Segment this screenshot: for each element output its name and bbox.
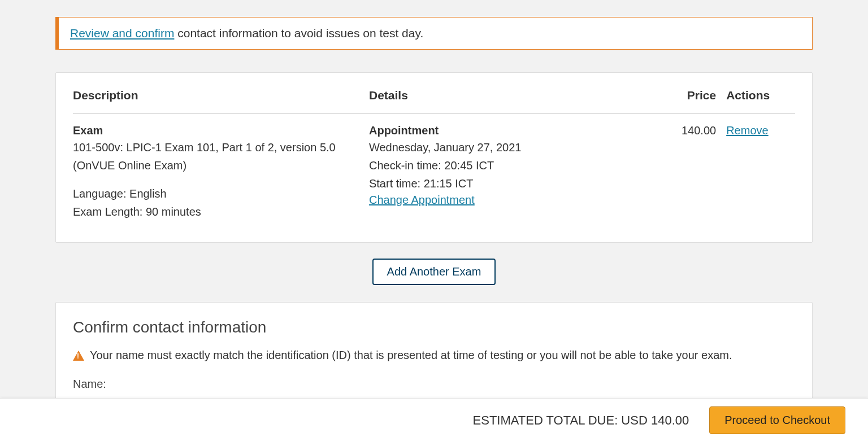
start-time: Start time: 21:15 ICT [369, 176, 661, 191]
cell-actions: Remove [723, 124, 795, 222]
exam-length: Exam Length: 90 minutes [73, 204, 358, 220]
appointment-label: Appointment [369, 124, 661, 137]
remove-link[interactable]: Remove [726, 124, 768, 137]
name-match-warning: Your name must exactly match the identif… [73, 349, 795, 362]
cell-price: 140.00 [672, 124, 723, 222]
review-confirm-alert: Review and confirm contact information t… [55, 17, 813, 50]
table-row: Exam 101-500v: LPIC-1 Exam 101, Part 1 o… [73, 114, 795, 222]
order-summary-card: Description Details Price Actions Exam 1… [55, 72, 813, 243]
alert-text: contact information to avoid issues on t… [174, 27, 423, 40]
main-container: Review and confirm contact information t… [27, 0, 841, 407]
estimated-total: ESTIMATED TOTAL DUE: USD 140.00 [473, 413, 689, 428]
name-label: Name: [73, 378, 795, 391]
change-appointment-link[interactable]: Change Appointment [369, 194, 475, 206]
warning-icon [73, 351, 84, 361]
header-description: Description [73, 89, 369, 102]
header-actions: Actions [723, 89, 795, 102]
exam-language: Language: English [73, 186, 358, 202]
proceed-to-checkout-button[interactable]: Proceed to Checkout [709, 406, 845, 434]
contact-info-card: Confirm contact information Your name mu… [55, 302, 813, 407]
checkout-footer: ESTIMATED TOTAL DUE: USD 140.00 Proceed … [0, 398, 868, 442]
cell-description: Exam 101-500v: LPIC-1 Exam 101, Part 1 o… [73, 124, 369, 222]
warning-text: Your name must exactly match the identif… [90, 349, 732, 362]
add-exam-row: Add Another Exam [55, 259, 813, 285]
contact-info-title: Confirm contact information [73, 318, 795, 336]
review-confirm-link[interactable]: Review and confirm [70, 27, 174, 40]
table-header-row: Description Details Price Actions [73, 89, 795, 114]
appointment-date: Wednesday, January 27, 2021 [369, 139, 661, 155]
exam-delivery: (OnVUE Online Exam) [73, 157, 358, 173]
exam-label: Exam [73, 124, 358, 137]
cell-details: Appointment Wednesday, January 27, 2021 … [369, 124, 672, 222]
add-another-exam-button[interactable]: Add Another Exam [372, 259, 496, 285]
header-price: Price [672, 89, 723, 102]
checkin-time: Check-in time: 20:45 ICT [369, 157, 661, 173]
header-details: Details [369, 89, 672, 102]
order-table: Description Details Price Actions Exam 1… [73, 89, 795, 222]
exam-title: 101-500v: LPIC-1 Exam 101, Part 1 of 2, … [73, 139, 358, 155]
